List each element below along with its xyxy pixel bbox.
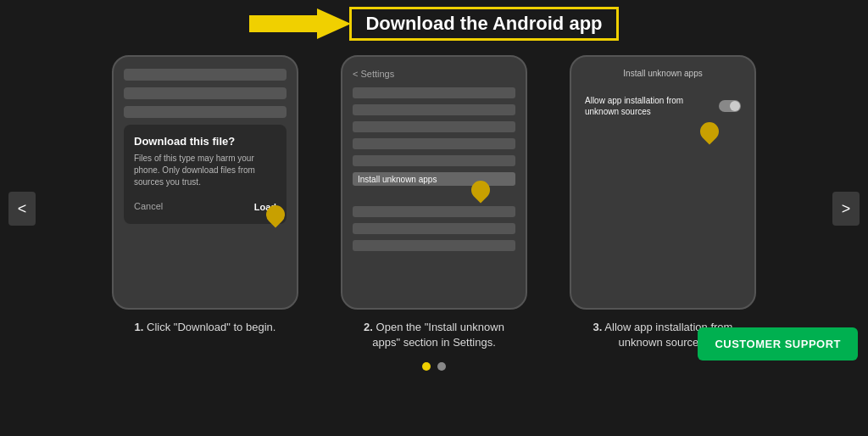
slides-container: Download this file? Files of this type m… bbox=[0, 47, 868, 350]
dialog-buttons: Cancel Load bbox=[134, 198, 276, 214]
phone-bar bbox=[124, 69, 287, 81]
slide-2: < Settings Install unknown apps 2. bbox=[332, 55, 536, 350]
settings-item bbox=[353, 240, 515, 251]
dialog-title: Download this file? bbox=[134, 135, 276, 148]
caption-2: 2. Open the "Install unknown apps" secti… bbox=[349, 320, 519, 350]
download-dialog: Download this file? Files of this type m… bbox=[124, 125, 287, 224]
cursor-icon-3 bbox=[696, 118, 722, 144]
allow-text: Allow app installation from unknown sour… bbox=[585, 95, 719, 117]
page-title: Download the Android app bbox=[365, 13, 602, 34]
arrow-decoration bbox=[249, 8, 351, 39]
allow-row: Allow app installation from unknown sour… bbox=[581, 90, 744, 122]
settings-item bbox=[353, 155, 515, 166]
dot-2[interactable] bbox=[437, 362, 446, 371]
toggle-switch[interactable] bbox=[719, 100, 741, 112]
install-header: Install unknown apps bbox=[581, 69, 744, 78]
dot-1[interactable] bbox=[422, 362, 431, 371]
slide-3: Install unknown apps Allow app installat… bbox=[561, 55, 765, 350]
caption-1: 1. Click "Download" to begin. bbox=[120, 320, 290, 335]
customer-support-button[interactable]: CUSTOMER SUPPORT bbox=[698, 327, 858, 361]
settings-item bbox=[353, 87, 515, 98]
phone-mockup-3: Install unknown apps Allow app installat… bbox=[570, 55, 756, 310]
dialog-body: Files of this type may harm your phone. … bbox=[134, 153, 276, 188]
cancel-button[interactable]: Cancel bbox=[134, 201, 163, 211]
phone-mockup-1: Download this file? Files of this type m… bbox=[112, 55, 298, 310]
phone-bar bbox=[124, 106, 287, 118]
settings-item bbox=[353, 223, 515, 234]
next-button[interactable]: > bbox=[832, 192, 860, 226]
settings-back: < Settings bbox=[353, 69, 515, 79]
settings-item bbox=[353, 206, 515, 217]
phone-mockup-2: < Settings Install unknown apps bbox=[341, 55, 527, 310]
prev-button[interactable]: < bbox=[8, 192, 36, 226]
page-header: Download the Android app bbox=[0, 0, 868, 47]
settings-item bbox=[353, 121, 515, 132]
settings-item bbox=[353, 138, 515, 149]
pagination-dots bbox=[0, 362, 868, 371]
settings-item bbox=[353, 104, 515, 115]
slide-1: Download this file? Files of this type m… bbox=[103, 55, 307, 335]
settings-highlight-item: Install unknown apps bbox=[353, 172, 515, 186]
cursor-icon-2 bbox=[467, 176, 493, 203]
svg-marker-0 bbox=[249, 8, 351, 39]
slides-row: Download this file? Files of this type m… bbox=[17, 55, 851, 350]
title-box: Download the Android app bbox=[349, 7, 618, 41]
arrow-icon bbox=[249, 8, 351, 39]
phone-bar bbox=[124, 87, 287, 99]
